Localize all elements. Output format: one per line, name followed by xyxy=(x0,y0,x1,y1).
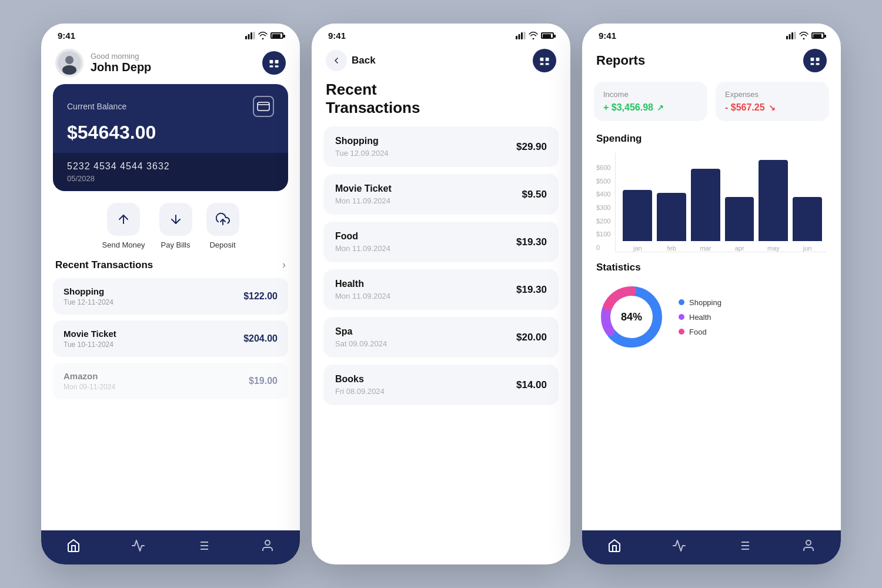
svg-point-6 xyxy=(62,65,76,75)
tx-info: Books Fri 08.09.2024 xyxy=(335,374,385,396)
svg-rect-32 xyxy=(789,34,791,39)
legend-food: Food xyxy=(679,328,721,336)
card-expiry: 05/2028 xyxy=(67,174,274,183)
svg-rect-35 xyxy=(811,58,814,61)
tx-name: Books xyxy=(335,374,385,385)
tx-amount: $19.30 xyxy=(516,284,547,296)
tx-date: Mon 11.09.2024 xyxy=(335,244,390,253)
legend-label-health: Health xyxy=(689,313,711,322)
card-top: Current Balance xyxy=(67,96,274,117)
stats-section: Statistics 84% Sho xyxy=(582,259,841,359)
avatar xyxy=(55,49,83,77)
chart-y-0: 0 xyxy=(596,244,610,251)
transactions-title: Recent Transactions xyxy=(55,259,153,271)
card-number-row: 5232 4534 4544 3632 05/2028 xyxy=(53,153,288,191)
nav-profile-3[interactable] xyxy=(801,539,816,553)
tx-name: Spa xyxy=(335,326,387,337)
nav-list-3[interactable] xyxy=(737,539,751,553)
tx-date: Tue 12.09.2024 xyxy=(335,149,389,158)
svg-point-5 xyxy=(65,56,74,64)
pay-bills-icon xyxy=(159,203,192,236)
svg-rect-26 xyxy=(524,32,526,39)
back-button[interactable]: Back xyxy=(326,50,376,71)
send-money-button[interactable]: Send Money xyxy=(102,203,145,249)
table-row: Shopping Tue 12-11-2024 $122.00 xyxy=(53,278,288,315)
svg-rect-29 xyxy=(540,63,544,65)
chart-legend: Shopping Health Food xyxy=(679,298,721,336)
chart-x-mar: mar xyxy=(691,245,720,252)
donut-percent: 84% xyxy=(621,311,642,323)
card-number: 5232 4534 4544 3632 xyxy=(67,161,274,172)
svg-rect-3 xyxy=(253,32,255,39)
nav-activity[interactable] xyxy=(131,539,145,553)
tx-amount: $204.00 xyxy=(243,333,278,344)
wifi-icon-2 xyxy=(529,32,538,39)
tx-info: Food Mon 11.09.2024 xyxy=(335,231,390,253)
transactions-arrow[interactable]: › xyxy=(282,259,286,271)
legend-dot-shopping xyxy=(679,299,684,305)
table-row: Movie Ticket Tue 10-11-2024 $204.00 xyxy=(53,320,288,357)
chart-y-300: $300 xyxy=(596,204,610,211)
transactions-header: Recent Transactions › xyxy=(41,256,300,278)
back-label: Back xyxy=(352,55,376,66)
tx-info: Spa Sat 09.09.2024 xyxy=(335,326,387,348)
tx-date: Mon 11.09.2024 xyxy=(335,196,392,205)
send-money-icon xyxy=(107,203,140,236)
tx-info: Shopping Tue 12-11-2024 xyxy=(64,286,113,306)
status-icons-3 xyxy=(786,32,824,39)
tx-info: Health Mon 11.09.2024 xyxy=(335,279,390,300)
list-item: Shopping Tue 12.09.2024 $29.90 xyxy=(323,126,559,167)
nav-bar-3 xyxy=(582,530,841,564)
tx-date: Fri 08.09.2024 xyxy=(335,387,385,396)
svg-rect-25 xyxy=(521,32,523,39)
status-time-2: 9:41 xyxy=(328,31,346,41)
svg-rect-34 xyxy=(794,32,796,39)
tx-info: Amazon Mon 09-11-2024 xyxy=(64,371,115,391)
nav-home[interactable] xyxy=(66,539,81,553)
tx-date: Tue 10-11-2024 xyxy=(64,340,116,349)
menu-button-2[interactable] xyxy=(533,49,556,72)
nav-home-3[interactable] xyxy=(607,539,622,553)
menu-button[interactable] xyxy=(262,51,286,75)
legend-health: Health xyxy=(679,313,721,322)
tx-info: Movie Ticket Mon 11.09.2024 xyxy=(335,183,392,205)
user-name: John Depp xyxy=(91,61,262,74)
tx-amount: $122.00 xyxy=(243,291,278,302)
phone-1: 9:41 Good morning John Depp xyxy=(41,24,300,564)
stats-content: 84% Shopping Health Food xyxy=(596,282,827,352)
p2-transactions-list: Shopping Tue 12.09.2024 $29.90 Movie Tic… xyxy=(312,126,570,564)
pay-bills-button[interactable]: Pay Bills xyxy=(159,203,192,249)
list-item: Health Mon 11.09.2024 $19.30 xyxy=(323,269,559,310)
expenses-trend-icon: ↘ xyxy=(769,103,776,112)
status-icons-2 xyxy=(516,32,554,39)
nav-activity-3[interactable] xyxy=(672,539,686,553)
status-time-3: 9:41 xyxy=(599,31,616,41)
legend-dot-health xyxy=(679,314,684,320)
svg-rect-7 xyxy=(270,60,273,64)
chart-y-400: $400 xyxy=(596,191,610,198)
nav-list[interactable] xyxy=(196,539,210,553)
menu-button-3[interactable] xyxy=(803,49,827,72)
chart-x-jun: jun xyxy=(793,245,822,252)
phone-2: 9:41 Back RecentTransactions xyxy=(312,24,570,564)
p1-header: Good morning John Depp xyxy=(41,44,300,84)
tx-amount: $29.90 xyxy=(516,141,547,153)
svg-rect-36 xyxy=(816,58,820,61)
deposit-button[interactable]: Deposit xyxy=(206,203,239,249)
list-item: Movie Ticket Mon 11.09.2024 $9.50 xyxy=(323,174,559,215)
p2-page-title: RecentTransactions xyxy=(312,81,570,126)
svg-rect-23 xyxy=(516,36,517,39)
tx-info: Shopping Tue 12.09.2024 xyxy=(335,136,389,158)
nav-profile[interactable] xyxy=(260,539,275,553)
svg-rect-9 xyxy=(270,65,273,67)
svg-point-22 xyxy=(265,540,270,545)
tx-amount: $19.30 xyxy=(516,236,547,248)
list-item: Food Mon 11.09.2024 $19.30 xyxy=(323,222,559,262)
income-expenses: Income + $3,456.98 ↗ Expenses - $567.25 … xyxy=(582,82,841,131)
p3-content: Reports Income + $3,456.98 ↗ Expenses - xyxy=(582,44,841,564)
tx-name: Food xyxy=(335,231,390,242)
stats-title: Statistics xyxy=(596,262,827,273)
battery-icon-3 xyxy=(811,32,824,39)
income-trend-icon: ↗ xyxy=(657,103,664,112)
income-label: Income xyxy=(603,90,698,99)
